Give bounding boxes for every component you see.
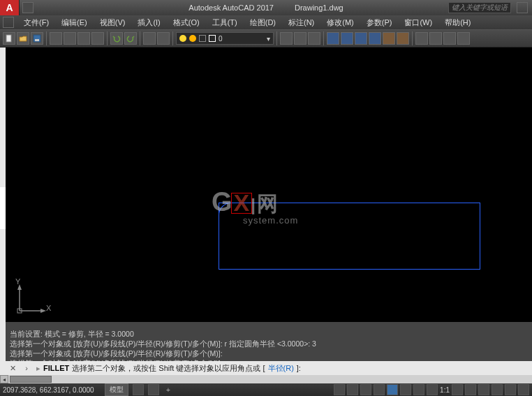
active-command: FILLET [43, 364, 69, 372]
menu-help[interactable]: 帮助(H) [439, 16, 476, 29]
cmd-left-strip [0, 322, 6, 375]
layer-color-swatch [209, 35, 216, 42]
coordinates-readout: 2097.3628, 662.3167, 0.0000 [3, 386, 101, 394]
cmd-history-line: 选择第一个对象或 [放弃(U)/多段线(P)/半径(R)/修剪(T)/多个(M)… [10, 349, 528, 358]
clean-screen-icon[interactable] [505, 384, 516, 395]
polar-icon[interactable] [374, 384, 385, 395]
status-bar: 2097.3628, 662.3167, 0.0000 模型 + 1:1 [0, 383, 532, 396]
annotation-scale-icon[interactable] [452, 384, 463, 395]
layer-props-icon[interactable] [280, 32, 293, 45]
new-icon[interactable] [3, 32, 15, 45]
layout-icon[interactable] [133, 384, 144, 395]
layer-lock-icon [199, 35, 206, 42]
app-logo[interactable]: A [0, 0, 20, 15]
lineweight-icon[interactable] [413, 384, 424, 395]
menu-view[interactable]: 视图(V) [94, 16, 131, 29]
layer-on-icon [179, 35, 186, 42]
chevron-right-icon[interactable]: › [21, 362, 32, 374]
qat-dropdown-icon[interactable] [22, 2, 34, 13]
cmd-history-line: 选择第一个对象或 [放弃(U)/多段线(P)/半径(R)/修剪(T)/多个(M)… [10, 339, 528, 349]
snap-icon[interactable] [347, 384, 358, 395]
svg-rect-2 [35, 39, 39, 41]
paste-icon[interactable] [91, 32, 104, 45]
scale-readout[interactable]: 1:1 [440, 386, 450, 394]
tool-h-icon[interactable] [429, 32, 442, 45]
cut-icon[interactable] [64, 32, 76, 45]
scroll-left-icon[interactable]: ◂ [0, 375, 8, 383]
tool-g-icon[interactable] [415, 32, 428, 45]
menu-grip-icon[interactable] [3, 17, 14, 28]
infocenter-icon[interactable] [517, 2, 528, 13]
osnap-icon[interactable] [387, 384, 398, 395]
layout2-icon[interactable] [148, 384, 159, 395]
horizontal-scrollbar[interactable]: ◂ [0, 375, 532, 383]
tool-a-icon[interactable] [327, 32, 339, 45]
cursor-pickbox [231, 193, 252, 214]
title-bar: A Autodesk AutoCAD 2017 Drawing1.dwg 键入关… [0, 0, 532, 15]
tool-b-icon[interactable] [341, 32, 353, 45]
standard-toolbar: 0 ▾ [0, 29, 532, 47]
left-doc-tab-strip [0, 47, 6, 322]
menu-parametric[interactable]: 参数(P) [361, 16, 398, 29]
menu-format[interactable]: 格式(O) [168, 16, 205, 29]
transparency-icon[interactable] [427, 384, 438, 395]
tool-i-icon[interactable] [443, 32, 456, 45]
grid-icon[interactable] [334, 384, 345, 395]
layer-match-icon[interactable] [294, 32, 306, 45]
workspace-switch-icon[interactable] [465, 384, 476, 395]
hardware-accel-icon[interactable] [478, 384, 489, 395]
cmd-option-radius[interactable]: 半径(R) [268, 363, 294, 374]
redo-icon[interactable] [124, 32, 137, 45]
chevron-down-icon: ▾ [267, 35, 270, 43]
model-tab-button[interactable]: 模型 [105, 383, 128, 396]
menu-file[interactable]: 文件(F) [18, 16, 54, 29]
tool-d-icon[interactable] [369, 32, 381, 45]
ortho-icon[interactable] [360, 384, 371, 395]
otrack-icon[interactable] [400, 384, 411, 395]
menu-bar: 文件(F) 编辑(E) 视图(V) 插入(I) 格式(O) 工具(T) 绘图(D… [0, 15, 532, 29]
layer-dropdown[interactable]: 0 ▾ [176, 32, 274, 45]
toolbar-separator [140, 31, 140, 45]
rectangle-object[interactable] [219, 203, 480, 270]
layer-prev-icon[interactable] [308, 32, 320, 45]
cmd-history-line: 当前设置: 模式 = 修剪, 半径 = 3.0000 [10, 329, 528, 339]
menu-tools[interactable]: 工具(T) [207, 16, 243, 29]
tool-f-icon[interactable] [397, 32, 409, 45]
menu-modify[interactable]: 修改(M) [321, 16, 360, 29]
undo-icon[interactable] [110, 32, 123, 45]
customize-icon[interactable] [518, 384, 529, 395]
layer-freeze-icon [189, 35, 196, 42]
add-layout-button[interactable]: + [163, 386, 173, 395]
menu-dimension[interactable]: 标注(N) [283, 16, 320, 29]
toolbar-separator [46, 31, 47, 45]
svg-marker-6 [40, 309, 46, 313]
toolbar-separator [172, 31, 173, 45]
menu-window[interactable]: 窗口(W) [399, 16, 438, 29]
tool-c-icon[interactable] [355, 32, 367, 45]
menu-draw[interactable]: 绘图(D) [244, 16, 281, 29]
command-panel: 当前设置: 模式 = 修剪, 半径 = 3.0000 选择第一个对象或 [放弃(… [0, 322, 532, 375]
doc-tab[interactable] [0, 187, 6, 229]
menu-insert[interactable]: 插入(I) [132, 16, 165, 29]
print-icon[interactable] [50, 32, 62, 45]
close-icon[interactable]: ✕ [7, 362, 18, 374]
toolbar-separator [323, 31, 324, 45]
scroll-thumb[interactable] [10, 376, 52, 383]
save-icon[interactable] [31, 32, 43, 45]
copy-icon[interactable] [77, 32, 90, 45]
pan-icon[interactable] [143, 32, 156, 45]
ucs-icon: Y X [14, 281, 49, 318]
app-title: Autodesk AutoCAD 2017 [189, 3, 274, 12]
status-right-cluster: 1:1 [334, 384, 529, 395]
zoom-icon[interactable] [157, 32, 170, 45]
open-icon[interactable] [17, 32, 29, 45]
tool-j-icon[interactable] [457, 32, 470, 45]
command-input-row[interactable]: ✕ › ▸ FILLET 选择第二个对象，或按住 Shift 键选择对象以应用角… [6, 361, 532, 375]
title-center: Autodesk AutoCAD 2017 Drawing1.dwg [189, 3, 343, 12]
tool-e-icon[interactable] [383, 32, 395, 45]
drawing-canvas[interactable]: GX|网 system.com Y X [6, 47, 532, 322]
menu-edit[interactable]: 编辑(E) [56, 16, 93, 29]
svg-rect-0 [6, 35, 11, 42]
isolate-icon[interactable] [492, 384, 503, 395]
search-input[interactable]: 键入关键字或短语 [448, 2, 511, 13]
